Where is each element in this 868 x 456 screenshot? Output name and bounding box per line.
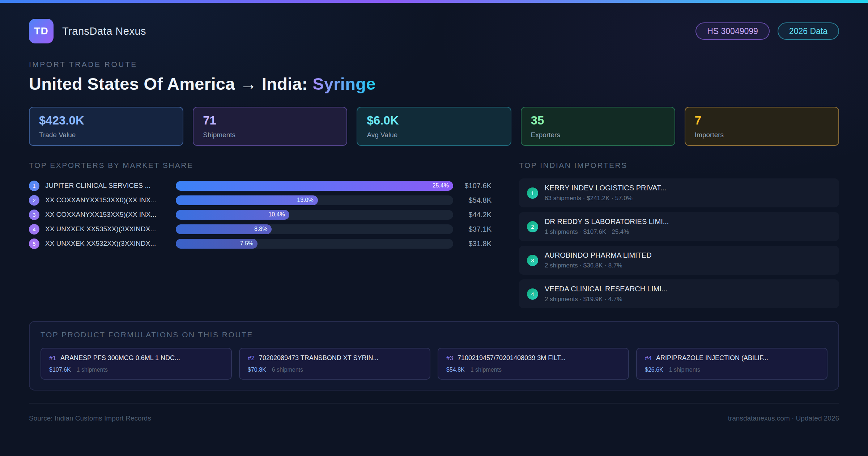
product-card[interactable]: #4 ARIPIPRAZOLE INJECTION (ABILIF... $26… [636,348,827,380]
importer-info: AUROBINDO PHARMA LIMITED 2 shipments · $… [545,251,652,269]
importer-name: VEEDA CLINICAL RESEARCH LIMI... [545,285,667,293]
rank-badge: 3 [29,210,39,220]
product-meta: $54.8K 1 shipments [446,367,620,373]
exporter-row: 3 XX COXXANYXX153XX5)(XX INX... 10.4% $4… [29,207,492,222]
top-products-panel: TOP PRODUCT FORMULATIONS ON THIS ROUTE #… [29,321,839,390]
importer-meta: 2 shipments · $19.9K · 4.7% [545,296,667,303]
exporter-value: $44.2K [459,211,492,219]
product-meta: $70.8K 6 shipments [248,367,422,373]
product-name: 7100219457/70201408039 3M FILT... [458,354,566,362]
market-share-bar-fill: 8.8% [176,224,272,234]
stat-label: Shipments [203,131,337,139]
market-share-bar-track: 25.4% [176,181,453,191]
brand: TD TransData Nexus [29,19,146,43]
product-name: 70202089473 TRANSBOND XT SYRIN... [259,354,379,362]
importer-meta: 2 shipments · $36.8K · 8.7% [545,262,652,269]
market-share-bar-track: 13.0% [176,195,453,205]
exporter-row: 2 XX COXXANYXX153XX0)(XX INX... 13.0% $5… [29,193,492,207]
header: TD TransData Nexus HS 30049099 2026 Data [29,19,839,43]
exporter-name: XX UNXXEK XX532XX)(3XXINDX... [45,240,170,248]
header-badges: HS 30049099 2026 Data [695,22,839,40]
exporter-name: XX UNXXEK XX535XX)(3XXINDX... [45,225,170,233]
product-meta: $107.6K 1 shipments [49,367,223,373]
importer-name: DR REDDY S LABORATORIES LIMI... [545,218,669,226]
product-value: $70.8K [248,367,266,373]
product-name: ARANESP PFS 300MCG 0.6ML 1 NDC... [60,354,180,362]
stat-value: $423.0K [39,114,173,127]
market-share-bar-track: 7.5% [176,239,453,249]
stat-label: Exporters [531,131,665,139]
stat-label: Avg Value [367,131,501,139]
stat-value: 71 [203,114,337,127]
product-top: #1 ARANESP PFS 300MCG 0.6ML 1 NDC... [49,354,223,362]
exporters-heading: TOP EXPORTERS BY MARKET SHARE [29,161,492,170]
importer-meta: 63 shipments · $241.2K · 57.0% [545,195,666,202]
footer-source: Source: Indian Customs Import Records [29,414,151,422]
product-rank: #4 [645,355,652,362]
year-data-badge[interactable]: 2026 Data [778,22,839,40]
product-meta: $26.6K 1 shipments [645,367,819,373]
stat-label: Importers [695,131,829,139]
product-card[interactable]: #2 70202089473 TRANSBOND XT SYRIN... $70… [239,348,430,380]
stat-card-shipments: 71 Shipments [193,107,347,146]
importer-name: KERRY INDEV LOGISTICS PRIVAT... [545,184,666,192]
importer-row[interactable]: 3 AUROBINDO PHARMA LIMITED 2 shipments ·… [519,246,839,275]
product-value: $26.6K [645,367,663,373]
stat-cards-row: $423.0K Trade Value 71 Shipments $6.0K A… [29,107,839,146]
stat-value: 35 [531,114,665,127]
exporter-name: XX COXXANYXX153XX0)(XX INX... [45,196,170,204]
market-share-bar-fill: 25.4% [176,181,453,191]
stat-value: $6.0K [367,114,501,127]
rank-badge: 1 [527,187,538,199]
exporter-row: 5 XX UNXXEK XX532XX)(3XXINDX... 7.5% $31… [29,236,492,251]
stat-label: Trade Value [39,131,173,139]
exporter-value: $31.8K [459,240,492,248]
top-accent-bar [0,0,868,3]
importer-info: VEEDA CLINICAL RESEARCH LIMI... 2 shipme… [545,285,667,303]
importer-meta: 1 shipments · $107.6K · 25.4% [545,228,669,236]
rank-badge: 3 [527,255,538,266]
exporter-name: JUPITER CLINICAL SERVICES ... [45,182,170,190]
share-percent-label: 7.5% [240,240,258,247]
products-heading: TOP PRODUCT FORMULATIONS ON THIS ROUTE [41,330,827,339]
importer-row[interactable]: 2 DR REDDY S LABORATORIES LIMI... 1 ship… [519,212,839,241]
product-value: $54.8K [446,367,465,373]
main-columns: TOP EXPORTERS BY MARKET SHARE 1 JUPITER … [29,161,839,313]
rank-badge: 4 [29,224,39,235]
product-top: #4 ARIPIPRAZOLE INJECTION (ABILIF... [645,354,819,362]
market-share-bar-fill: 10.4% [176,210,289,220]
product-rank: #1 [49,355,56,362]
product-cards-row: #1 ARANESP PFS 300MCG 0.6ML 1 NDC... $10… [41,348,827,380]
product-shipments: 1 shipments [77,367,108,373]
importer-row[interactable]: 1 KERRY INDEV LOGISTICS PRIVAT... 63 shi… [519,178,839,207]
product-card[interactable]: #1 ARANESP PFS 300MCG 0.6ML 1 NDC... $10… [41,348,232,380]
page-title: United States Of America → India: Syring… [29,74,839,94]
product-card[interactable]: #3 7100219457/70201408039 3M FILT... $54… [438,348,629,380]
product-shipments: 6 shipments [272,367,303,373]
exporter-name: XX COXXANYXX153XX5)(XX INX... [45,211,170,219]
app-name: TransData Nexus [62,25,146,37]
stat-card-trade-value: $423.0K Trade Value [29,107,183,146]
share-percent-label: 8.8% [254,226,272,232]
market-share-bar-fill: 13.0% [176,195,318,205]
product-top: #2 70202089473 TRANSBOND XT SYRIN... [248,354,422,362]
hs-code-badge[interactable]: HS 30049099 [695,22,770,40]
exporter-row: 1 JUPITER CLINICAL SERVICES ... 25.4% $1… [29,178,492,193]
market-share-bar-track: 8.8% [176,224,453,234]
rank-badge: 5 [29,238,39,249]
stat-card-importers: 7 Importers [685,107,839,146]
dashboard-page: TD TransData Nexus HS 30049099 2026 Data… [0,0,868,456]
product-rank: #2 [248,355,255,362]
importer-info: DR REDDY S LABORATORIES LIMI... 1 shipme… [545,218,669,236]
top-importers-section: TOP INDIAN IMPORTERS 1 KERRY INDEV LOGIS… [519,161,839,313]
product-top: #3 7100219457/70201408039 3M FILT... [446,354,620,362]
product-shipments: 1 shipments [471,367,502,373]
footer: Source: Indian Customs Import Records tr… [29,403,839,422]
importer-info: KERRY INDEV LOGISTICS PRIVAT... 63 shipm… [545,184,666,202]
product-value: $107.6K [49,367,71,373]
importer-row[interactable]: 4 VEEDA CLINICAL RESEARCH LIMI... 2 ship… [519,279,839,308]
exporter-value: $54.8K [459,196,492,204]
share-percent-label: 10.4% [268,211,289,218]
importers-heading: TOP INDIAN IMPORTERS [519,161,839,170]
footer-site: transdatanexus.com · Updated 2026 [728,414,839,422]
